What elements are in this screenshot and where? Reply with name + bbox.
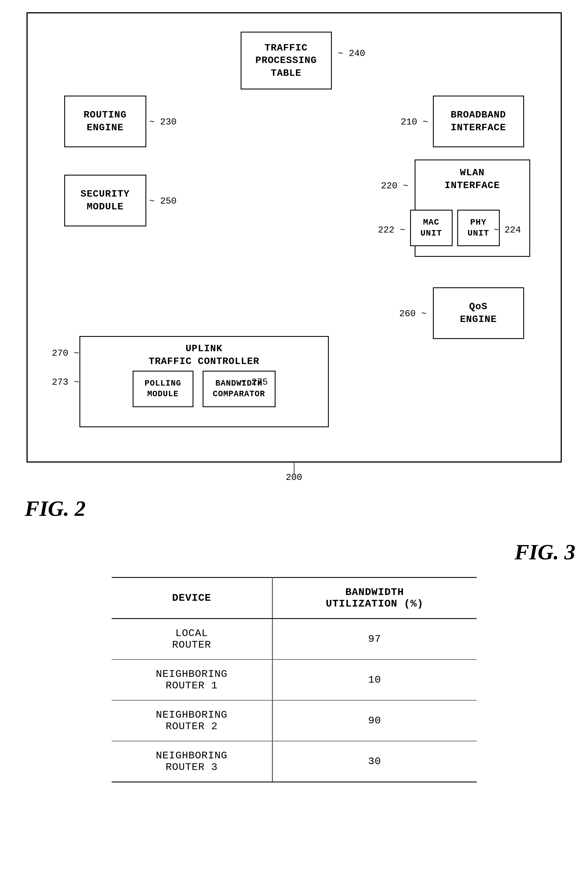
ref-240: ~ 240 [338,48,365,59]
device-neighboring-router-2: NEIGHBORINGROUTER 2 [112,700,273,741]
col-device-header: DEVICE [112,578,273,619]
polling-label: POLLINGMODULE [145,378,181,400]
qos-engine-box: QoSENGINE [433,287,524,339]
fig3-table: DEVICE BANDWIDTHUTILIZATION (%) LOCALROU… [112,577,477,783]
broadband-interface-box: BROADBANDINTERFACE [433,96,524,147]
uplink-inner-row: POLLINGMODULE BANDWIDTHCOMPARATOR [80,371,328,407]
routing-label: ROUTINGENGINE [84,109,127,134]
value-30: 30 [272,741,476,782]
table-row: LOCALROUTER 97 [112,619,477,660]
ref-200: 200 [286,472,302,483]
ref-224: ~ 224 [493,225,521,235]
device-neighboring-router-1: NEIGHBORINGROUTER 1 [112,660,273,700]
value-90: 90 [272,700,476,741]
security-module-box: SECURITYMODULE [64,175,146,226]
table-row: NEIGHBORINGROUTER 1 10 [112,660,477,700]
ref-220: 220 ~ [381,181,408,191]
polling-module-box: POLLINGMODULE [133,371,194,407]
traffic-processing-table-box: TRAFFIC PROCESSING TABLE [240,31,332,90]
col-bandwidth-header: BANDWIDTHUTILIZATION (%) [272,578,476,619]
fig2-diagram: TRAFFIC PROCESSING TABLE ~ 240 ROUTINGEN… [27,12,562,462]
uplink-title: UPLINKTRAFFIC CONTROLLER [80,337,328,371]
bandwidth-comparator-box: BANDWIDTHCOMPARATOR [203,371,276,407]
broadband-label: BROADBANDINTERFACE [451,109,506,134]
routing-engine-box: ROUTINGENGINE [64,96,146,147]
value-97: 97 [272,619,476,660]
value-10: 10 [272,660,476,700]
ref-273: 273 ~ [52,377,79,388]
fig2-caption: FIG. 2 [25,496,86,521]
device-neighboring-router-3: NEIGHBORINGROUTER 3 [112,741,273,782]
fig3-caption: FIG. 3 [13,540,576,565]
device-local-router: LOCALROUTER [112,619,273,660]
security-label: SECURITYMODULE [81,188,130,213]
traffic-label: TRAFFIC PROCESSING TABLE [242,42,331,80]
ref-222: 222 ~ [378,225,405,235]
ref-230: ~ 230 [149,117,177,127]
page-container: TRAFFIC PROCESSING TABLE ~ 240 ROUTINGEN… [13,12,576,783]
ref-260: 260 ~ [399,308,427,319]
ref-275: ~ 275 [240,377,268,388]
ref-270: 270 ~ [52,348,79,359]
ref-250: ~ 250 [149,196,177,207]
table-row: NEIGHBORINGROUTER 3 30 [112,741,477,782]
fig3-table-container: DEVICE BANDWIDTHUTILIZATION (%) LOCALROU… [112,577,477,783]
table-row: NEIGHBORINGROUTER 2 90 [112,700,477,741]
mac-label: MACUNIT [420,217,442,239]
ref-210: 210 ~ [401,117,428,127]
phy-label: PHYUNIT [467,217,489,239]
uplink-traffic-controller-box: UPLINKTRAFFIC CONTROLLER POLLINGMODULE B… [79,336,329,427]
wlan-label: WLANINTERFACE [415,166,529,192]
mac-unit-box: MACUNIT [410,210,453,246]
qos-label: QoSENGINE [460,300,497,326]
